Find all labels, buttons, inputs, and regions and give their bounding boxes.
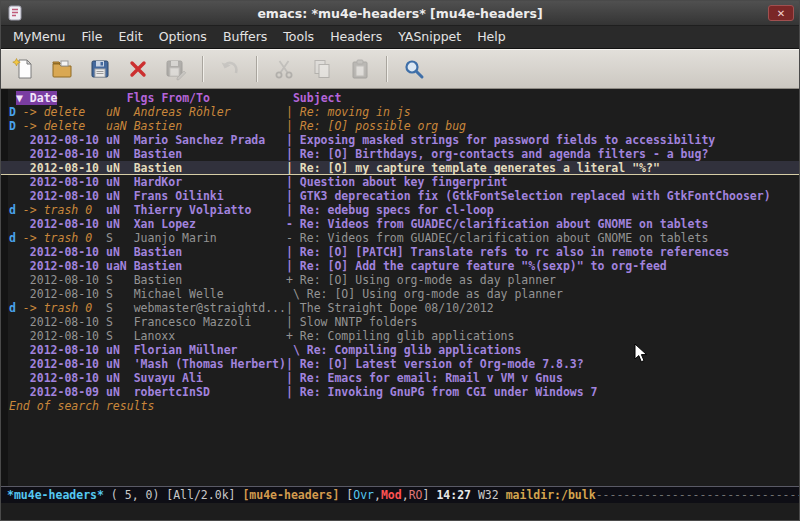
modeline-segment-mod: Mod (381, 488, 402, 502)
date-field: 2012-08-10 (23, 161, 106, 175)
mark-field: d (9, 301, 23, 315)
message-row[interactable]: d -> trash 0 uN Thierry Volpiatto | Re: … (1, 203, 799, 217)
message-row[interactable]: 2012-08-10 uN Florian Müllner \ Re: Comp… (1, 343, 799, 357)
menu-buffers[interactable]: Buffers (215, 26, 275, 48)
menu-headers[interactable]: Headers (322, 26, 390, 48)
date-field: -> delete (23, 119, 106, 133)
message-row[interactable]: 2012-08-10 uN Bastien | Re: [O] my captu… (1, 161, 799, 175)
window-close-button[interactable]: ✕ (768, 5, 794, 21)
message-row[interactable]: 2012-08-10 S Francesco Mazzoli | Slow NN… (1, 315, 799, 329)
row-body: uN HardKor | Question about key fingerpr… (106, 175, 508, 189)
message-row[interactable]: D -> delete uN Andreas Röhler | Re: movi… (1, 105, 799, 119)
row-body: uN Florian Müllner \ Re: Compiling glib … (106, 343, 521, 357)
date-field: 2012-08-10 (23, 189, 106, 203)
row-body: uN robertcInSD | Re: Invoking GnuPG from… (106, 385, 598, 399)
message-row[interactable]: d -> trash 0 S webmaster@straightd...| T… (1, 301, 799, 315)
column-header-date[interactable]: ▼ Date (16, 91, 58, 105)
title-bar[interactable]: emacs: *mu4e-headers* [mu4e-headers] ✕ (1, 1, 799, 26)
search-button[interactable] (397, 54, 431, 84)
message-row[interactable]: 2012-08-10 uN 'Mash (Thomas Herbert)| Re… (1, 357, 799, 371)
mark-field (9, 385, 23, 399)
mark-field (9, 245, 23, 259)
date-field: -> delete (23, 105, 106, 119)
message-row[interactable]: 2012-08-10 uN Mario Sanchez Prada | Expo… (1, 133, 799, 147)
modeline-segment-dashes: ----------------------------------------… (596, 488, 799, 502)
message-row[interactable]: 2012-08-10 uaN Bastien | Re: [O] Add the… (1, 259, 799, 273)
menu-mymenu[interactable]: MyMenu (5, 26, 74, 48)
row-body: S webmaster@straightd...| The Straight D… (106, 301, 494, 315)
date-field: 2012-08-10 (23, 245, 106, 259)
mark-field (9, 357, 23, 371)
message-row[interactable]: d -> trash 0 S Juanjo Marin - Re: Videos… (1, 231, 799, 245)
copy-button (305, 54, 339, 84)
mark-field (9, 343, 23, 357)
row-body: uN Suvayu Ali | Re: Emacs for email: Rma… (106, 371, 563, 385)
modeline-segment-plain: , (374, 488, 381, 502)
menu-file[interactable]: File (74, 26, 111, 48)
toolbar-separator (386, 56, 388, 82)
date-field: 2012-08-10 (23, 287, 106, 301)
close-icon: ✕ (777, 8, 785, 19)
message-row[interactable]: 2012-08-10 uN Bastien | Re: [O] [PATCH] … (1, 245, 799, 259)
paste-clipboard-icon (348, 57, 372, 81)
modeline-segment-name: *mu4e-headers* (7, 488, 104, 502)
row-body: uN Thierry Volpiatto | Re: edebug specs … (106, 203, 494, 217)
menu-bar: MyMenuFileEditOptionsBuffersToolsHeaders… (1, 26, 799, 49)
mark-field (9, 133, 23, 147)
save-icon (88, 57, 112, 81)
column-header-from[interactable]: From/To (161, 91, 209, 105)
new-file-button[interactable] (7, 54, 41, 84)
modeline-segment-plain: W32 (471, 488, 506, 502)
message-row[interactable]: 2012-08-10 uN Bastien | Re: [O] Birthday… (1, 147, 799, 161)
undo-button (213, 54, 247, 84)
message-row[interactable]: 2012-08-09 uN robertcInSD | Re: Invoking… (1, 385, 799, 399)
kill-buffer-x-icon (126, 57, 150, 81)
modeline-segment-time: 14:27 (436, 488, 471, 502)
search-magnifier-icon (402, 57, 426, 81)
mark-field (9, 189, 23, 203)
menu-help[interactable]: Help (469, 26, 514, 48)
message-row[interactable]: 2012-08-10 uN Xan Lopez - Re: Videos fro… (1, 217, 799, 231)
modeline-segment-ro: RO (409, 488, 423, 502)
menu-edit[interactable]: Edit (110, 26, 150, 48)
row-body: uaN Bastien | Re: [O] possible org bug (106, 119, 466, 133)
message-row[interactable]: D -> delete uaN Bastien | Re: [O] possib… (1, 119, 799, 133)
echo-area[interactable] (1, 503, 799, 520)
column-header-subject[interactable]: Subject (293, 91, 341, 105)
message-row[interactable]: 2012-08-10 uN Frans Oilinki | GTK3 depre… (1, 189, 799, 203)
date-field: -> trash 0 (23, 203, 106, 217)
date-field: 2012-08-10 (23, 259, 106, 273)
message-list: D -> delete uN Andreas Röhler | Re: movi… (1, 105, 799, 399)
end-of-results: End of search results (1, 399, 799, 413)
mark-field (9, 371, 23, 385)
row-body: S Bastien + Re: [O] Using org-mode as da… (106, 273, 556, 287)
menu-yasnippet[interactable]: YASnippet (390, 26, 469, 48)
save-as-icon (164, 57, 188, 81)
modeline-segment-ovr: Ovr (353, 488, 374, 502)
menu-options[interactable]: Options (151, 26, 215, 48)
open-file-button[interactable] (45, 54, 79, 84)
date-field: 2012-08-09 (23, 385, 106, 399)
headers-buffer: ▼ Date Flgs From/To Subject D -> delete … (1, 89, 799, 486)
copy-icon (310, 57, 334, 81)
message-row[interactable]: 2012-08-10 uN Suvayu Ali | Re: Emacs for… (1, 371, 799, 385)
date-field: 2012-08-10 (23, 371, 106, 385)
message-row[interactable]: 2012-08-10 S Michael Welle \ Re: [O] Usi… (1, 287, 799, 301)
message-row[interactable]: 2012-08-10 S Lanoxx + Re: Compiling glib… (1, 329, 799, 343)
row-body: uN Xan Lopez - Re: Videos from GUADEC/cl… (106, 217, 708, 231)
row-body: uN 'Mash (Thomas Herbert)| Re: [O] Lates… (106, 357, 584, 371)
kill-buffer-button[interactable] (121, 54, 155, 84)
row-body: uN Bastien | Re: [O] my capture template… (106, 161, 660, 175)
row-body: uaN Bastien | Re: [O] Add the capture fe… (106, 259, 667, 273)
menu-tools[interactable]: Tools (275, 26, 322, 48)
message-row[interactable]: 2012-08-10 uN HardKor | Question about k… (1, 175, 799, 189)
date-field: 2012-08-10 (23, 175, 106, 189)
mark-field (9, 287, 23, 301)
date-field: 2012-08-10 (23, 343, 106, 357)
modeline-segment-plain: [ (339, 488, 353, 502)
message-row[interactable]: 2012-08-10 S Bastien + Re: [O] Using org… (1, 273, 799, 287)
date-field: 2012-08-10 (23, 217, 106, 231)
column-header-flags[interactable]: Flgs (127, 91, 155, 105)
save-button[interactable] (83, 54, 117, 84)
mark-field (9, 259, 23, 273)
